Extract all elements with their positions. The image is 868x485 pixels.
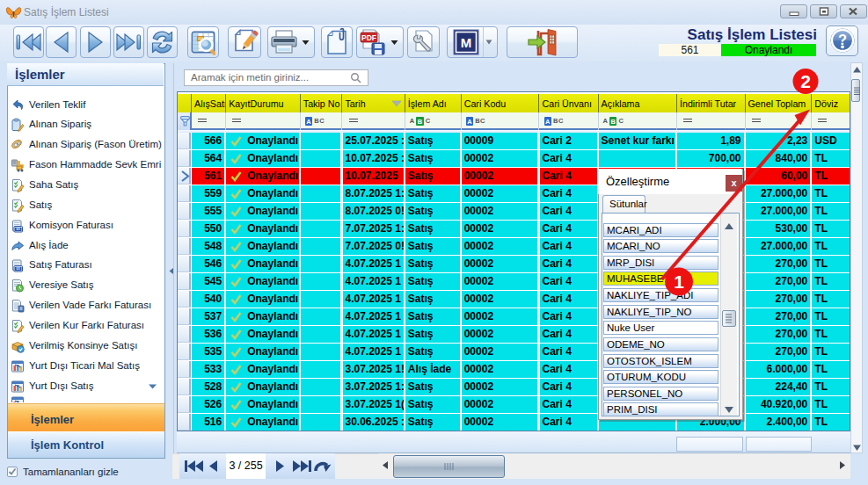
svg-text:01: 01 xyxy=(17,267,21,271)
svg-text:PDF: PDF xyxy=(361,33,376,42)
svg-text:2: 2 xyxy=(800,71,811,91)
svg-text:M: M xyxy=(461,35,472,50)
svg-text:?: ? xyxy=(838,32,847,47)
svg-text:01: 01 xyxy=(17,227,21,231)
